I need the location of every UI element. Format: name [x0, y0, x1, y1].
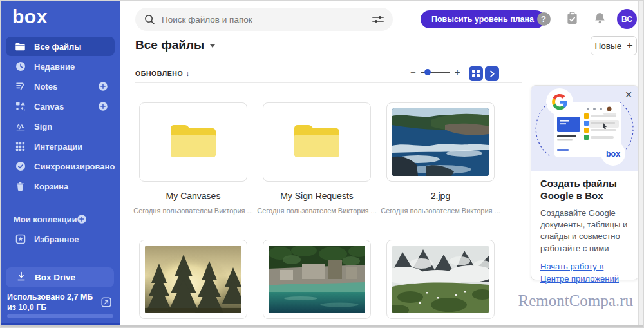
- window-bottom-edge: [1, 325, 643, 327]
- image-thumbnail-forest: [145, 246, 242, 313]
- slider-track[interactable]: [421, 72, 450, 73]
- sidebar-item-label: Sign: [34, 122, 52, 131]
- bell-icon: [594, 12, 606, 25]
- notifications-button[interactable]: [592, 11, 607, 25]
- box-drive-label: Box Drive: [35, 273, 75, 282]
- chevron-down-icon: [210, 44, 215, 48]
- page-title-dropdown[interactable]: Все файлы: [135, 38, 215, 52]
- file-card-image[interactable]: [139, 240, 247, 319]
- sidebar-section-collections[interactable]: Мои коллекции: [6, 209, 115, 229]
- sidebar-item-all-files[interactable]: Все файлы: [6, 37, 115, 56]
- next-view-button[interactable]: [485, 66, 499, 81]
- tasks-button[interactable]: [565, 11, 579, 25]
- image-thumbnail-mountains: [392, 246, 489, 313]
- file-card-image[interactable]: [263, 240, 371, 319]
- box-app-window: box Все файлы Недавние Notes: [0, 0, 644, 328]
- external-link-icon[interactable]: [101, 297, 111, 307]
- notes-icon: [15, 81, 26, 92]
- storage-usage: Использовано 2,7 МБ из 10,0 ГБ: [7, 292, 115, 313]
- new-button[interactable]: Новые +: [591, 36, 637, 55]
- sidebar: box Все файлы Недавние Notes: [1, 1, 120, 328]
- box-badge-logo: box: [606, 150, 620, 159]
- question-icon: ?: [537, 12, 551, 26]
- promo-body: Создавайте Google документы, таблицы и с…: [540, 207, 629, 255]
- sidebar-nav: Все файлы Недавние Notes: [1, 37, 120, 249]
- sidebar-item-synced[interactable]: Синхронизировано: [6, 157, 115, 176]
- signature-icon: [15, 121, 26, 132]
- scrollbar-track[interactable]: [638, 1, 643, 327]
- sidebar-item-label: Корзина: [34, 182, 68, 191]
- grid-view-button[interactable]: [469, 66, 483, 81]
- file-card-image[interactable]: [386, 240, 495, 319]
- slider-knob[interactable]: [424, 69, 431, 75]
- add-note-icon[interactable]: [98, 81, 108, 92]
- chevron-right-icon: [489, 70, 495, 77]
- apps-grid-icon: [15, 141, 26, 152]
- sort-direction-icon: ↓: [185, 69, 190, 78]
- sidebar-item-favorites[interactable]: Избранное: [6, 229, 115, 249]
- box-drive-button[interactable]: Box Drive: [6, 267, 114, 287]
- file-name[interactable]: My Canvases: [139, 191, 247, 201]
- image-thumbnail-shore-ruins: [269, 246, 365, 313]
- file-card-2-jpg[interactable]: [386, 102, 495, 182]
- box-logo: box: [12, 6, 48, 28]
- search-filters-icon[interactable]: [372, 15, 384, 24]
- file-meta: Сегодня пользователем Виктория ...: [379, 207, 502, 215]
- canvas-icon: [15, 101, 26, 112]
- sidebar-item-trash[interactable]: Корзина: [6, 177, 115, 196]
- sidebar-item-canvas[interactable]: Canvas: [6, 97, 115, 116]
- file-meta: Сегодня пользователем Виктория ...: [256, 207, 378, 215]
- zoom-out-icon[interactable]: −: [410, 67, 416, 77]
- avatar[interactable]: ВС: [617, 9, 637, 29]
- sidebar-item-label: Недавние: [34, 62, 75, 72]
- zoom-in-icon[interactable]: +: [455, 67, 460, 77]
- trash-icon: [15, 181, 26, 192]
- sidebar-item-label: Canvas: [34, 102, 64, 111]
- google-promo-panel: ✕: [531, 85, 639, 280]
- sidebar-item-label: Синхронизировано: [34, 162, 115, 171]
- grid-view-icon: [472, 70, 480, 77]
- sidebar-item-label: Избранное: [34, 235, 79, 244]
- promo-illustration: box: [531, 86, 638, 171]
- add-collection-icon[interactable]: [77, 214, 87, 224]
- add-canvas-icon[interactable]: [98, 101, 108, 111]
- plus-icon: +: [627, 40, 632, 52]
- thumbnail-size-slider: − +: [410, 67, 460, 77]
- toolbar-divider: [135, 82, 522, 83]
- sidebar-item-label: Notes: [34, 82, 57, 92]
- download-icon: [16, 271, 26, 284]
- file-name[interactable]: 2.jpg: [386, 191, 495, 201]
- sidebar-item-integrations[interactable]: Интеграции: [6, 137, 115, 156]
- search-bar[interactable]: [135, 8, 393, 31]
- watermark: RemontCompa.ru: [518, 292, 633, 310]
- clock-icon: [15, 61, 26, 72]
- app-center-link[interactable]: Начать работу в Центре приложений: [540, 261, 629, 284]
- page-title: Все файлы: [135, 38, 204, 52]
- close-icon[interactable]: ✕: [625, 90, 632, 99]
- promo-title: Создать файлы Google в Box: [540, 178, 629, 202]
- sidebar-item-label: Интеграции: [34, 142, 82, 151]
- file-meta: Сегодня пользователем Виктория ...: [132, 207, 254, 215]
- folder-icon: [15, 41, 26, 52]
- file-card-my-sign-requests[interactable]: [263, 102, 371, 182]
- sidebar-item-recents[interactable]: Недавние: [6, 57, 115, 76]
- clipboard-check-icon: [566, 12, 578, 25]
- new-button-label: Новые: [595, 41, 622, 51]
- sidebar-item-sign[interactable]: Sign: [6, 117, 115, 136]
- sidebar-item-notes[interactable]: Notes: [6, 77, 115, 96]
- folder-icon: [291, 121, 343, 164]
- folder-icon: [167, 121, 219, 164]
- storage-progress-bar: [7, 314, 113, 318]
- search-input[interactable]: [162, 15, 372, 24]
- help-button[interactable]: ?: [536, 12, 551, 26]
- sort-control[interactable]: ОБНОВЛЕНО ↓: [135, 69, 190, 78]
- sync-check-icon: [15, 161, 26, 172]
- file-name[interactable]: My Sign Requests: [263, 191, 371, 201]
- image-thumbnail-seascape: [392, 108, 489, 176]
- file-card-my-canvases[interactable]: [139, 102, 247, 182]
- sidebar-item-label: Все файлы: [34, 42, 81, 52]
- upgrade-plan-button[interactable]: Повысить уровень плана: [421, 10, 545, 28]
- sort-label: ОБНОВЛЕНО: [135, 70, 183, 77]
- collections-label: Мои коллекции: [14, 215, 77, 224]
- storage-text: Использовано 2,7 МБ из 10,0 ГБ: [7, 292, 97, 313]
